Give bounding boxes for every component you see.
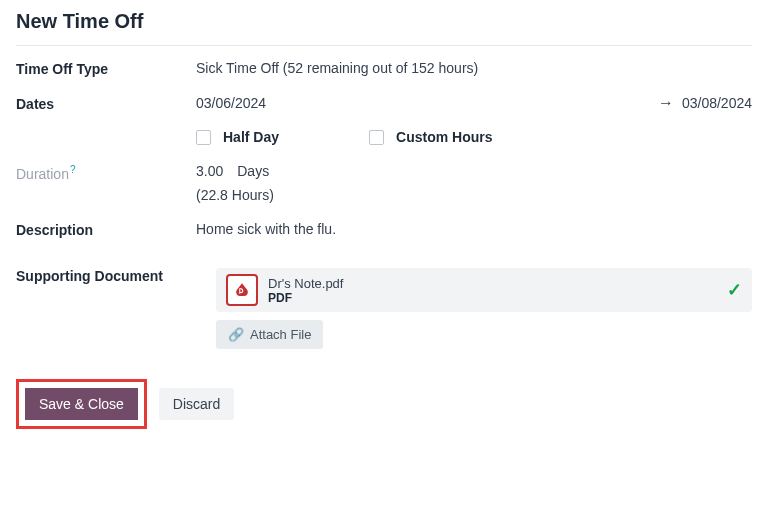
file-type: PDF	[268, 291, 343, 305]
date-start[interactable]: 03/06/2024	[196, 95, 266, 111]
uploaded-file[interactable]: Dr's Note.pdf PDF ✓	[216, 268, 752, 312]
value-time-off-type[interactable]: Sick Time Off (52 remaining out of 152 h…	[196, 60, 752, 76]
row-supporting-document: Supporting Document Dr's Note.pdf PDF	[16, 268, 752, 349]
label-duration: Duration?	[16, 163, 196, 182]
duration-hours: (22.8 Hours)	[196, 187, 752, 203]
label-description: Description	[16, 221, 196, 238]
save-highlight-box: Save & Close	[16, 379, 147, 429]
save-and-close-button[interactable]: Save & Close	[25, 388, 138, 420]
row-description: Description Home sick with the flu.	[16, 221, 752, 238]
arrow-right-icon: →	[658, 95, 674, 111]
row-duration: Duration? 3.00 Days (22.8 Hours)	[16, 163, 752, 203]
duration-amount: 3.00	[196, 163, 223, 179]
check-icon: ✓	[727, 279, 742, 301]
date-end[interactable]: 03/08/2024	[682, 95, 752, 111]
label-time-off-type: Time Off Type	[16, 60, 196, 77]
file-name: Dr's Note.pdf	[268, 276, 343, 291]
half-day-label: Half Day	[223, 129, 279, 145]
half-day-checkbox[interactable]: Half Day	[196, 129, 279, 145]
value-description[interactable]: Home sick with the flu.	[196, 221, 752, 237]
divider	[16, 45, 752, 46]
label-dates: Dates	[16, 95, 196, 112]
discard-button[interactable]: Discard	[159, 388, 234, 420]
checkbox-icon	[196, 130, 211, 145]
attach-file-label: Attach File	[250, 327, 311, 342]
row-time-off-type: Time Off Type Sick Time Off (52 remainin…	[16, 60, 752, 77]
page-title: New Time Off	[16, 10, 752, 45]
paperclip-icon: 🔗	[228, 327, 244, 342]
help-icon[interactable]: ?	[70, 164, 76, 175]
label-supporting-document: Supporting Document	[16, 268, 216, 284]
attach-file-button[interactable]: 🔗 Attach File	[216, 320, 323, 349]
checkbox-icon	[369, 130, 384, 145]
footer-actions: Save & Close Discard	[16, 379, 752, 429]
duration-unit: Days	[237, 163, 269, 179]
pdf-icon	[226, 274, 258, 306]
custom-hours-checkbox[interactable]: Custom Hours	[369, 129, 492, 145]
custom-hours-label: Custom Hours	[396, 129, 492, 145]
row-dates: Dates 03/06/2024 → 03/08/2024 Half Day C…	[16, 95, 752, 145]
